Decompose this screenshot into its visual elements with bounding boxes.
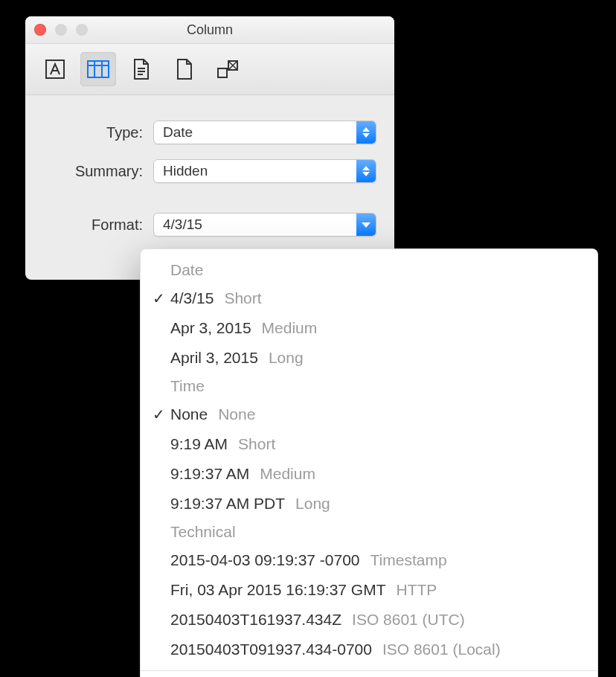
menu-item-example: None xyxy=(170,402,208,426)
tab-text[interactable] xyxy=(37,52,73,86)
menu-item-custom-format[interactable]: Custom Format… xyxy=(141,674,597,677)
menu-item-name: ISO 8601 (Local) xyxy=(382,638,501,661)
menu-item[interactable]: 9:19:37 AM PDTLong xyxy=(141,489,597,519)
summary-select-value: Hidden xyxy=(163,163,208,179)
menu-item-example: 4/3/15 xyxy=(170,286,214,310)
menu-item-name: None xyxy=(218,402,255,426)
format-label: Format: xyxy=(25,216,153,234)
summary-label: Summary: xyxy=(25,163,153,180)
type-select-value: Date xyxy=(163,124,193,141)
minimize-window-button xyxy=(55,24,67,36)
inspector-toolbar xyxy=(25,44,394,95)
menu-section-header: Time xyxy=(141,373,597,400)
menu-item-name: Medium xyxy=(262,316,318,340)
type-label: Type: xyxy=(25,124,153,141)
columns-icon xyxy=(87,59,109,80)
svg-rect-1 xyxy=(88,61,109,77)
type-select[interactable]: Date xyxy=(153,121,376,144)
menu-item-name: Long xyxy=(269,346,304,370)
summary-select[interactable]: Hidden xyxy=(153,159,376,183)
page-icon xyxy=(176,58,193,80)
menu-item-example: 20150403T161937.434Z xyxy=(170,608,341,632)
menu-item-example: 20150403T091937.434-0700 xyxy=(170,638,372,661)
chevron-down-icon xyxy=(356,214,376,236)
window-controls xyxy=(34,24,88,36)
menu-item-name: Short xyxy=(224,286,261,310)
tab-page[interactable] xyxy=(167,52,202,86)
stepper-icon xyxy=(356,121,376,144)
inspector-panel: Column xyxy=(25,16,394,280)
menu-item-name: Long xyxy=(295,492,330,516)
format-dropdown-menu: Date✓4/3/15ShortApr 3, 2015MediumApril 3… xyxy=(140,248,598,677)
menu-item-example: 9:19:37 AM PDT xyxy=(170,492,285,516)
menu-item-example: Fri, 03 Apr 2015 16:19:37 GMT xyxy=(170,578,386,602)
format-select[interactable]: 4/3/15 xyxy=(153,213,376,237)
tab-column[interactable] xyxy=(80,52,116,86)
menu-item-name: Short xyxy=(238,432,275,456)
menu-item[interactable]: April 3, 2015Long xyxy=(141,343,597,373)
menu-item-example: April 3, 2015 xyxy=(170,346,258,370)
stepper-icon xyxy=(356,160,376,182)
menu-item[interactable]: 9:19 AMShort xyxy=(141,429,597,459)
menu-separator xyxy=(141,670,597,671)
menu-item-example: 2015-04-03 09:19:37 -0700 xyxy=(170,548,360,572)
inspector-form: Type: Date Summary: Hidden Format: 4/3/1… xyxy=(25,95,394,237)
menu-item-name: ISO 8601 (UTC) xyxy=(352,608,465,632)
menu-item[interactable]: 9:19:37 AMMedium xyxy=(141,459,597,489)
svg-rect-8 xyxy=(218,68,227,77)
menu-item[interactable]: 20150403T161937.434ZISO 8601 (UTC) xyxy=(141,605,597,635)
menu-item-example: 9:19:37 AM xyxy=(170,462,249,486)
menu-item[interactable]: Apr 3, 2015Medium xyxy=(141,313,597,343)
menu-item[interactable]: ✓NoneNone xyxy=(141,400,597,429)
text-style-icon xyxy=(45,59,65,80)
grid-icon xyxy=(216,59,239,80)
menu-item-name: Timestamp xyxy=(370,548,447,572)
menu-section-header: Date xyxy=(141,257,597,283)
menu-item-example: 9:19 AM xyxy=(170,432,228,456)
menu-item-example: Apr 3, 2015 xyxy=(170,316,251,340)
format-select-value: 4/3/15 xyxy=(163,216,202,233)
menu-item-name: Medium xyxy=(260,462,315,486)
menu-item-name: HTTP xyxy=(397,578,437,602)
document-icon xyxy=(132,58,150,80)
checkmark-icon: ✓ xyxy=(153,402,165,426)
titlebar: Column xyxy=(25,16,394,44)
window-title: Column xyxy=(187,22,233,37)
menu-item[interactable]: ✓4/3/15Short xyxy=(141,283,597,313)
close-window-button[interactable] xyxy=(34,24,46,36)
menu-item[interactable]: 2015-04-03 09:19:37 -0700Timestamp xyxy=(141,545,597,575)
menu-item[interactable]: 20150403T091937.434-0700ISO 8601 (Local) xyxy=(141,635,597,664)
tab-document[interactable] xyxy=(123,52,159,86)
menu-item[interactable]: Fri, 03 Apr 2015 16:19:37 GMTHTTP xyxy=(141,575,597,605)
checkmark-icon: ✓ xyxy=(153,286,165,310)
menu-section-header: Technical xyxy=(141,519,597,545)
tab-style[interactable] xyxy=(210,52,246,86)
zoom-window-button xyxy=(76,24,88,36)
